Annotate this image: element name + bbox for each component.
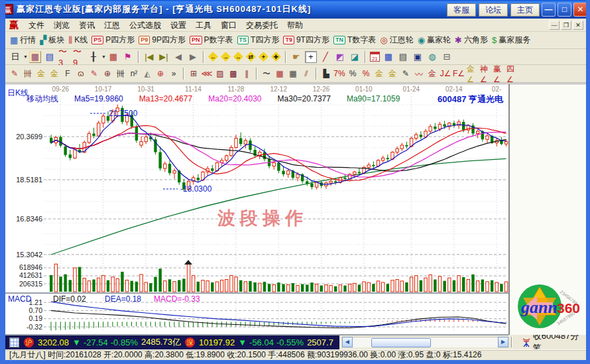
si-angle-tool-icon[interactable]: 四∠: [506, 68, 517, 80]
single-candle-icon[interactable]: ╂: [88, 51, 99, 63]
scroll-left-button[interactable]: ◀: [342, 337, 353, 347]
n-square-tool-icon[interactable]: n²: [129, 68, 139, 80]
teal-tool-icon[interactable]: ◪: [349, 51, 361, 63]
gold-box-tool-icon[interactable]: 金: [427, 68, 438, 80]
menu-item-设置[interactable]: 设置: [166, 19, 191, 31]
wave-9-icon[interactable]: 〜9: [73, 51, 85, 63]
menu-item-资讯[interactable]: 资讯: [74, 19, 99, 31]
wave-3-icon[interactable]: 〜3: [58, 51, 70, 63]
menu-item-江恩[interactable]: 江恩: [99, 19, 125, 31]
percent-tool-icon[interactable]: %: [347, 68, 358, 80]
kline-period-dropdown-arrow[interactable]: ▼: [23, 54, 28, 59]
pattern-view-icon[interactable]: ▦: [29, 51, 41, 63]
trend-line-tool-icon[interactable]: ╱: [320, 51, 331, 63]
toolbutton-gann-wheel[interactable]: ◎江恩轮: [380, 34, 413, 46]
scrollbar-thumb[interactable]: [371, 338, 431, 347]
print-icon[interactable]: ⊟: [441, 51, 453, 63]
hand-drag-icon[interactable]: ☛: [290, 51, 302, 63]
zoom-left-diamond-icon[interactable]: ←: [208, 52, 218, 62]
first-page-icon[interactable]: |◀: [143, 51, 155, 63]
quotes-grid-icon[interactable]: [9, 337, 19, 347]
mdi-close-button[interactable]: ✕: [573, 21, 583, 30]
titlebar-button-客服[interactable]: 客服: [447, 3, 476, 17]
info-doc-icon[interactable]: ▤: [44, 51, 56, 63]
grid-box2-tool-icon[interactable]: ▩: [228, 68, 239, 80]
calendar-icon[interactable]: 21: [370, 52, 380, 62]
slant-lines-tool-icon[interactable]: ⫽: [301, 68, 312, 80]
j-angle-tool-icon[interactable]: J∠: [440, 68, 451, 80]
menu-item-浏览[interactable]: 浏览: [49, 19, 74, 31]
toolbutton-p-square[interactable]: PSP四方形: [91, 34, 135, 46]
fan-lines-tool-icon[interactable]: ⋘: [202, 68, 212, 80]
gold-line-tool-icon[interactable]: 金: [387, 68, 398, 80]
f-comb-tool-icon[interactable]: F: [62, 68, 73, 80]
gann-target-tool-icon[interactable]: ⊕: [155, 68, 166, 80]
gold-comb2-tool-icon[interactable]: 金: [49, 68, 60, 80]
scrollbar-track[interactable]: [353, 337, 498, 347]
flag-icon[interactable]: ⚑: [122, 51, 134, 63]
toolbutton-winner-wheel[interactable]: ◉赢家轮: [418, 34, 451, 46]
toolbutton-p-number-table[interactable]: PNP数字表: [190, 34, 233, 46]
horizontal-scrollbar[interactable]: ◀ ▶: [342, 337, 508, 347]
titlebar-button-论坛[interactable]: 论坛: [479, 3, 508, 17]
single-candle-dropdown-arrow[interactable]: ▼: [101, 54, 106, 59]
brush-tool-icon[interactable]: ✎: [9, 68, 20, 80]
crosshair-icon[interactable]: +: [305, 51, 317, 63]
mdi-restore-button[interactable]: ❐: [561, 21, 571, 30]
notepad-icon[interactable]: ▤: [397, 51, 409, 63]
grid-box-tool-icon[interactable]: ▨: [215, 68, 225, 80]
zoom-all-diamond-icon[interactable]: +: [259, 52, 268, 62]
zoom-full-diamond-icon[interactable]: ✚: [271, 52, 281, 62]
calculator-icon[interactable]: ▦: [383, 51, 394, 63]
menu-item-公式选股[interactable]: 公式选股: [125, 19, 166, 31]
toolbutton-sectors[interactable]: ▞板块: [40, 34, 64, 46]
gold-angle-tool-icon[interactable]: 金∠: [467, 68, 477, 80]
bar-scale-tool-icon[interactable]: ▙: [321, 68, 331, 80]
comb-grid-tool-icon[interactable]: 卌: [23, 68, 33, 80]
next-candle-icon[interactable]: ▶: [187, 51, 199, 63]
menu-item-帮助[interactable]: 帮助: [282, 19, 308, 31]
minimize-button[interactable]: —: [542, 3, 556, 17]
toolbutton-kline[interactable]: ⫼K线: [68, 34, 88, 46]
gold-circle-tool-icon[interactable]: 金: [374, 68, 384, 80]
toolbutton-p9-square[interactable]: P99P四方形: [139, 34, 186, 46]
toolbutton-t-number-table[interactable]: TNT数字表: [333, 34, 376, 46]
percent-line-tool-icon[interactable]: %: [361, 68, 371, 80]
ruler-comb-tool-icon[interactable]: 卌: [115, 68, 126, 80]
menu-item-交易委托[interactable]: 交易委托: [241, 19, 282, 31]
gold-comb-tool-icon[interactable]: 金: [36, 68, 46, 80]
kline-chart-panel[interactable]: 20.369918.518116.834615.3042618946412631…: [5, 84, 510, 335]
prev-candle-icon[interactable]: ◀: [172, 51, 184, 63]
last-page-icon[interactable]: ▶|: [158, 51, 170, 63]
kline-period-icon[interactable]: 日: [9, 51, 21, 63]
f-angle-tool-icon[interactable]: F∠: [453, 68, 464, 80]
titlebar-button-主页[interactable]: 主页: [510, 3, 540, 17]
purple-tool-icon[interactable]: ◩: [334, 51, 346, 63]
seven-pct-tool-icon[interactable]: 7%: [334, 68, 345, 80]
menu-item-文件[interactable]: 文件: [24, 19, 49, 31]
zoom-h-diamond-icon[interactable]: ↔: [233, 52, 243, 62]
mdi-minimize-button[interactable]: —: [549, 21, 560, 30]
box-corner-tool-icon[interactable]: ⊞: [188, 68, 199, 80]
menu-item-窗口[interactable]: 窗口: [216, 19, 241, 31]
pattern-red-icon[interactable]: ▦: [107, 51, 119, 63]
toolbutton-hexagon[interactable]: ✱六角形: [455, 34, 488, 46]
toolbutton-t-square[interactable]: TST四方形: [237, 34, 280, 46]
close-button[interactable]: ✕: [573, 3, 587, 17]
scroll-right-button[interactable]: ▶: [498, 337, 508, 347]
toolbutton-t9-square[interactable]: T99T四方形: [283, 34, 329, 46]
ink-pen-tool-icon[interactable]: ✎: [400, 68, 411, 80]
win-angle-tool-icon[interactable]: 赢∠: [493, 68, 504, 80]
spiral-tool-icon[interactable]: ɷ: [76, 68, 86, 80]
zoom-right-diamond-icon[interactable]: →: [221, 52, 231, 62]
circle-comb-tool-icon[interactable]: ⊕: [102, 68, 113, 80]
more-tools-chevron[interactable]: »: [168, 68, 179, 80]
zigzag-tool-icon[interactable]: 〜: [261, 68, 272, 80]
dark-grid-tool-icon[interactable]: ▦: [288, 68, 298, 80]
shen-angle-tool-icon[interactable]: 神∠: [480, 68, 491, 80]
toolbutton-quotes-table[interactable]: ▦行情: [10, 34, 36, 46]
web-export-icon[interactable]: ◍: [426, 51, 438, 63]
angle-mirror-tool-icon[interactable]: ◭: [142, 68, 152, 80]
maximize-button[interactable]: □: [558, 3, 571, 17]
wave-tool-icon[interactable]: 〰: [414, 68, 424, 80]
